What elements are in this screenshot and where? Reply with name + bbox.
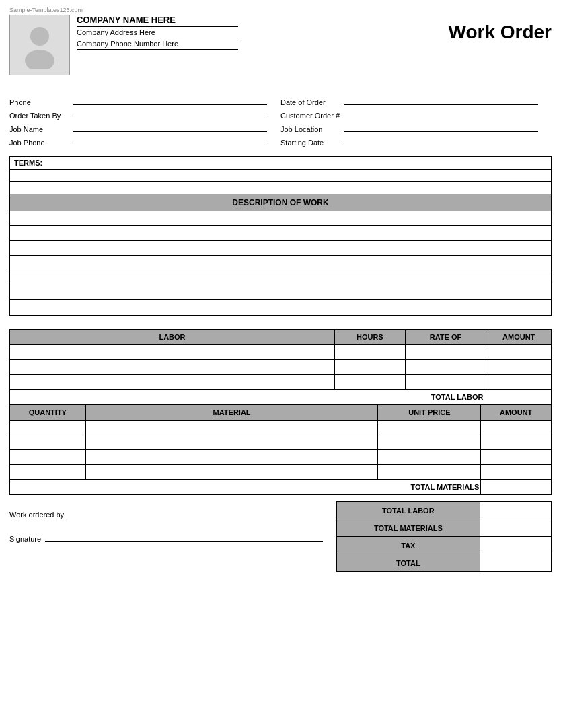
phone-label: Phone [9, 98, 70, 106]
signature-section: Work ordered by Signature [9, 501, 336, 556]
job-phone-label: Job Phone [9, 139, 70, 147]
labor-col-rate: RATE OF [405, 330, 486, 345]
mat-col-qty: QUANTITY [10, 405, 86, 421]
svg-point-1 [25, 50, 54, 69]
form-fields: Phone Date of Order Order Taken By Custo… [9, 96, 552, 147]
order-taken-by-label: Order Taken By [9, 112, 70, 120]
total-materials-row: TOTAL MATERIALS [10, 480, 552, 495]
desc-row-6[interactable] [10, 285, 551, 300]
labor-row-1[interactable] [10, 345, 552, 360]
mat-row-3[interactable] [10, 450, 552, 465]
mat-col-amount: AMOUNT [481, 405, 552, 421]
signature-row: Signature [9, 532, 323, 543]
terms-header: TERMS: [10, 157, 551, 170]
job-name-label: Job Name [9, 125, 70, 133]
company-name: COMPANY NAME HERE [77, 15, 238, 27]
total-labor-row: TOTAL LABOR [10, 390, 552, 404]
mat-col-unit-price: UNIT PRICE [378, 405, 481, 421]
summary-section: Work ordered by Signature TOTAL LABOR TO… [9, 501, 552, 572]
desc-row-1[interactable] [10, 211, 551, 226]
header: COMPANY NAME HERE Company Address Here C… [9, 15, 552, 75]
labor-row-3[interactable] [10, 375, 552, 390]
starting-date-field[interactable] [344, 136, 538, 145]
work-order-title: Work Order [448, 15, 552, 43]
desc-row-3[interactable] [10, 241, 551, 256]
mat-row-1[interactable] [10, 421, 552, 435]
total-labor-summary-label: TOTAL LABOR [337, 502, 480, 519]
tax-summary-label: TAX [337, 537, 480, 554]
labor-table: LABOR HOURS RATE OF AMOUNT TOTAL LABOR [9, 329, 552, 404]
terms-row-1[interactable] [10, 170, 551, 182]
labor-col-hours: HOURS [335, 330, 406, 345]
company-phone: Company Phone Number Here [77, 40, 238, 50]
desc-row-7[interactable] [10, 300, 551, 315]
date-of-order-field[interactable] [344, 96, 538, 105]
watermark: Sample-Templates123.com [9, 7, 552, 13]
work-ordered-by-row: Work ordered by [9, 508, 323, 519]
company-address: Company Address Here [77, 28, 238, 38]
customer-order-label: Customer Order # [280, 112, 341, 120]
desc-row-5[interactable] [10, 270, 551, 285]
avatar [9, 15, 70, 75]
total-materials-summary-value[interactable] [480, 519, 551, 537]
total-materials-label: TOTAL MATERIALS [10, 480, 481, 495]
mat-col-material: MATERIAL [85, 405, 378, 421]
order-taken-by-field[interactable] [73, 109, 267, 118]
materials-table: QUANTITY MATERIAL UNIT PRICE AMOUNT TOTA… [9, 404, 552, 495]
work-ordered-by-field[interactable] [68, 508, 323, 517]
total-labor-label: TOTAL LABOR [10, 390, 486, 404]
tax-summary-value[interactable] [480, 537, 551, 554]
total-materials-value[interactable] [481, 480, 552, 495]
terms-box: TERMS: [9, 156, 552, 194]
grand-total-value[interactable] [480, 554, 551, 572]
starting-date-label: Starting Date [280, 139, 341, 147]
grand-total-label: TOTAL [337, 554, 480, 572]
total-materials-summary-label: TOTAL MATERIALS [337, 519, 480, 537]
total-materials-summary-row: TOTAL MATERIALS [337, 519, 552, 537]
signature-label: Signature [9, 535, 41, 543]
grand-total-row: TOTAL [337, 554, 552, 572]
company-info: COMPANY NAME HERE Company Address Here C… [77, 15, 238, 50]
description-rows [9, 211, 552, 316]
description-header: DESCRIPTION OF WORK [9, 194, 552, 211]
work-ordered-by-label: Work ordered by [9, 511, 64, 519]
terms-row-2[interactable] [10, 182, 551, 194]
job-location-field[interactable] [344, 122, 538, 132]
mat-row-4[interactable] [10, 465, 552, 480]
total-labor-summary-row: TOTAL LABOR [337, 502, 552, 519]
tax-summary-row: TAX [337, 537, 552, 554]
phone-field[interactable] [73, 96, 267, 105]
labor-col-labor: LABOR [10, 330, 335, 345]
totals-table: TOTAL LABOR TOTAL MATERIALS TAX TOTAL [336, 501, 552, 572]
mat-row-2[interactable] [10, 435, 552, 450]
desc-row-2[interactable] [10, 226, 551, 241]
total-labor-summary-value[interactable] [480, 502, 551, 519]
labor-col-amount: AMOUNT [486, 330, 552, 345]
svg-point-0 [30, 27, 49, 46]
job-phone-field[interactable] [73, 136, 267, 145]
date-of-order-label: Date of Order [280, 98, 341, 106]
signature-field[interactable] [45, 532, 323, 542]
labor-row-2[interactable] [10, 360, 552, 375]
desc-row-4[interactable] [10, 256, 551, 270]
job-name-field[interactable] [73, 122, 267, 132]
total-labor-value[interactable] [486, 390, 552, 404]
customer-order-field[interactable] [344, 109, 538, 118]
job-location-label: Job Location [280, 125, 341, 133]
